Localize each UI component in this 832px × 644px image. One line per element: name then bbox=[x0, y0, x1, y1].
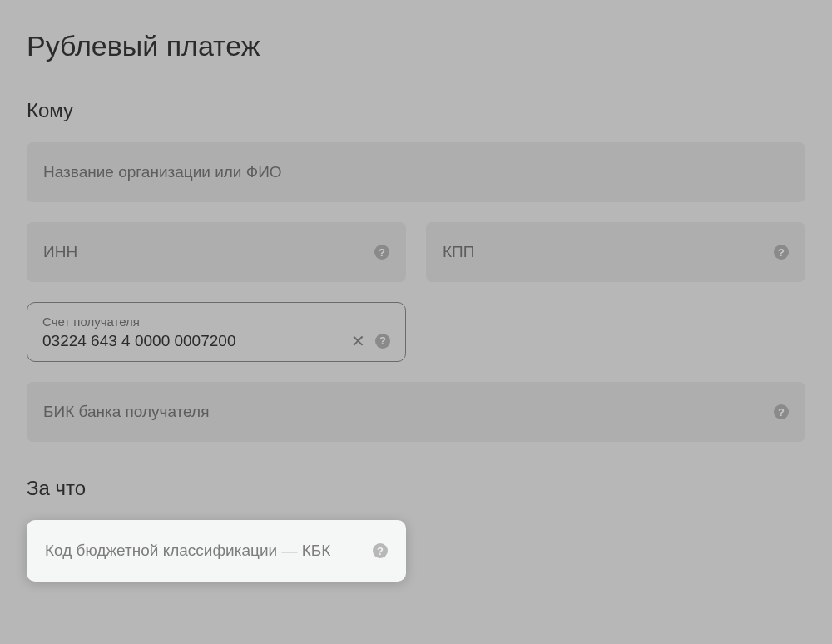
org-name-placeholder: Название организации или ФИО bbox=[43, 163, 789, 181]
kbk-placeholder: Код бюджетной классификации — КБК bbox=[45, 542, 373, 560]
account-field[interactable]: Счет получателя 03224 643 4 0000 0007200… bbox=[27, 302, 406, 362]
account-value: 03224 643 4 0000 0007200 bbox=[42, 332, 235, 350]
section-title-to-whom: Кому bbox=[27, 99, 805, 122]
bik-field[interactable]: БИК банка получателя ? bbox=[27, 382, 805, 442]
help-icon[interactable]: ? bbox=[774, 245, 789, 260]
help-icon[interactable]: ? bbox=[374, 245, 389, 260]
account-label: Счет получателя bbox=[42, 315, 390, 329]
kbk-field[interactable]: Код бюджетной классификации — КБК ? bbox=[27, 520, 406, 582]
help-icon[interactable]: ? bbox=[375, 334, 390, 349]
kpp-placeholder: КПП bbox=[443, 243, 774, 261]
inn-placeholder: ИНН bbox=[43, 243, 374, 261]
page-title: Рублевый платеж bbox=[27, 30, 805, 62]
clear-icon[interactable]: ✕ bbox=[351, 333, 365, 349]
inn-field[interactable]: ИНН ? bbox=[27, 222, 406, 282]
kpp-field[interactable]: КПП ? bbox=[426, 222, 805, 282]
help-icon[interactable]: ? bbox=[373, 543, 388, 558]
section-title-for-what: За что bbox=[27, 477, 805, 500]
org-name-field[interactable]: Название организации или ФИО bbox=[27, 142, 805, 202]
payment-form: Рублевый платеж Кому Название организаци… bbox=[0, 0, 832, 582]
help-icon[interactable]: ? bbox=[774, 404, 789, 419]
bik-placeholder: БИК банка получателя bbox=[43, 403, 774, 421]
